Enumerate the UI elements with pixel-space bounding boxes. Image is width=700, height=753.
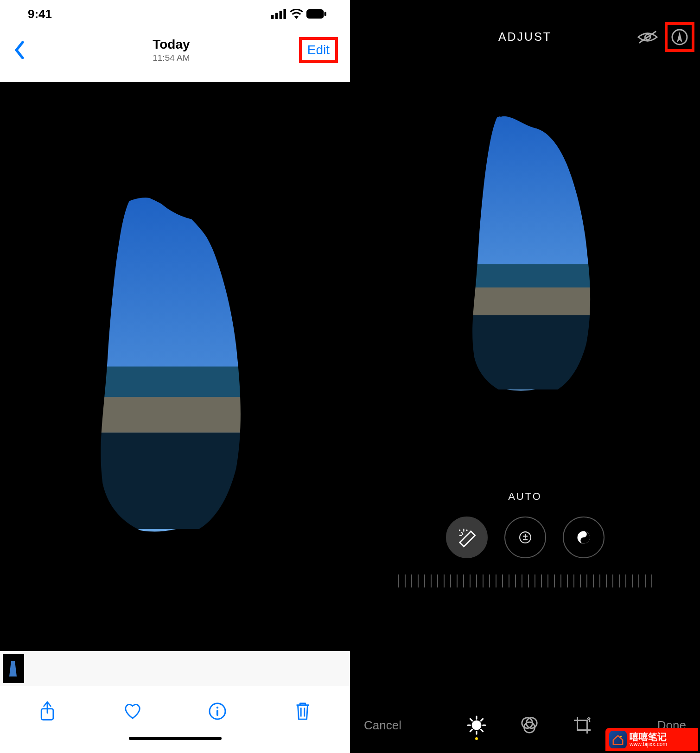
cave-photo: [0, 82, 350, 651]
svg-rect-14: [216, 710, 218, 716]
favorite-button[interactable]: [122, 701, 143, 721]
top-spacer: [350, 0, 700, 14]
share-icon: [38, 701, 56, 721]
svg-rect-4: [306, 9, 324, 19]
svg-rect-19: [461, 264, 600, 287]
svg-point-13: [216, 707, 218, 708]
watermark: 嘻嘻笔记 www.bijixx.com: [605, 728, 698, 751]
svg-rect-0: [271, 15, 274, 19]
thumbnail-strip[interactable]: [0, 651, 350, 686]
nav-subtitle: 11:54 AM: [42, 53, 301, 63]
edit-photo-viewport[interactable]: [350, 60, 700, 478]
filters-tab[interactable]: [519, 715, 540, 735]
adjustment-slider[interactable]: [350, 569, 700, 593]
svg-line-36: [481, 719, 483, 721]
status-time: 9:41: [28, 7, 52, 21]
exposure-knob[interactable]: [504, 517, 546, 558]
toolbar: [0, 686, 350, 737]
auto-enhance-knob[interactable]: [446, 517, 488, 558]
crop-icon: [573, 716, 592, 734]
nav-title: Today: [42, 37, 301, 52]
wifi-icon: [289, 9, 304, 19]
watermark-text: 嘻嘻笔记 www.bijixx.com: [630, 732, 667, 747]
watermark-line2: www.bijixx.com: [630, 741, 667, 747]
svg-line-34: [470, 719, 472, 721]
magic-wand-icon: [457, 527, 477, 548]
adjust-tab[interactable]: [466, 715, 487, 735]
svg-point-41: [620, 736, 622, 738]
markup-icon: [670, 28, 689, 46]
status-icons: [271, 9, 327, 19]
yin-yang-icon: [575, 529, 592, 546]
thumbnail[interactable]: [3, 654, 24, 683]
back-button[interactable]: [14, 41, 42, 59]
photo-viewport[interactable]: [0, 82, 350, 651]
adjust-icon: [467, 715, 486, 735]
info-icon: [208, 702, 227, 721]
house-icon: [611, 733, 624, 746]
watermark-line1: 嘻嘻笔记: [630, 732, 667, 741]
svg-rect-1: [275, 13, 278, 19]
cellular-icon: [271, 9, 286, 19]
battery-icon: [306, 9, 327, 19]
svg-point-29: [471, 721, 481, 730]
photos-viewer-screen: 9:41 Today 11:54 AM Edit: [0, 0, 350, 753]
svg-rect-3: [284, 9, 286, 19]
exposure-icon: [517, 530, 533, 545]
watermark-logo: [609, 731, 627, 748]
status-bar: 9:41: [0, 0, 350, 28]
home-indicator[interactable]: [0, 737, 350, 753]
filters-icon: [520, 716, 539, 734]
delete-button[interactable]: [293, 701, 313, 721]
trash-icon: [294, 702, 311, 721]
cancel-button[interactable]: Cancel: [364, 718, 401, 733]
svg-line-35: [481, 729, 483, 731]
eye-slash-icon: [636, 29, 659, 45]
svg-rect-7: [85, 367, 248, 397]
thumbnail-image: [3, 654, 24, 683]
svg-point-22: [466, 530, 467, 531]
preview-toggle-button[interactable]: [636, 26, 659, 49]
adjustment-knobs: [350, 512, 700, 569]
svg-rect-5: [325, 12, 326, 16]
crop-tab[interactable]: [572, 715, 592, 735]
share-button[interactable]: [37, 701, 57, 721]
edit-mode-title: ADJUST: [498, 30, 552, 44]
heart-icon: [123, 702, 142, 720]
nav-title-block: Today 11:54 AM: [42, 37, 301, 63]
nav-bar: Today 11:54 AM Edit: [0, 28, 350, 72]
adjustment-name: AUTO: [350, 478, 700, 512]
svg-line-37: [470, 729, 472, 731]
chevron-left-icon: [14, 41, 25, 59]
brilliance-knob[interactable]: [563, 517, 605, 558]
edit-header-actions: [636, 24, 693, 50]
svg-point-23: [458, 530, 460, 531]
edit-button[interactable]: Edit: [301, 39, 336, 61]
photo-edit-screen: ADJUST AUTO: [350, 0, 700, 753]
svg-rect-2: [280, 11, 282, 19]
edit-mode-tabs: [466, 715, 592, 735]
info-button[interactable]: [207, 701, 228, 721]
cave-photo-edit: [350, 60, 700, 478]
svg-rect-20: [461, 287, 600, 315]
active-indicator-dot: [475, 737, 478, 740]
edit-header: ADJUST: [350, 14, 700, 60]
svg-rect-8: [85, 397, 248, 433]
markup-button[interactable]: [667, 24, 693, 50]
